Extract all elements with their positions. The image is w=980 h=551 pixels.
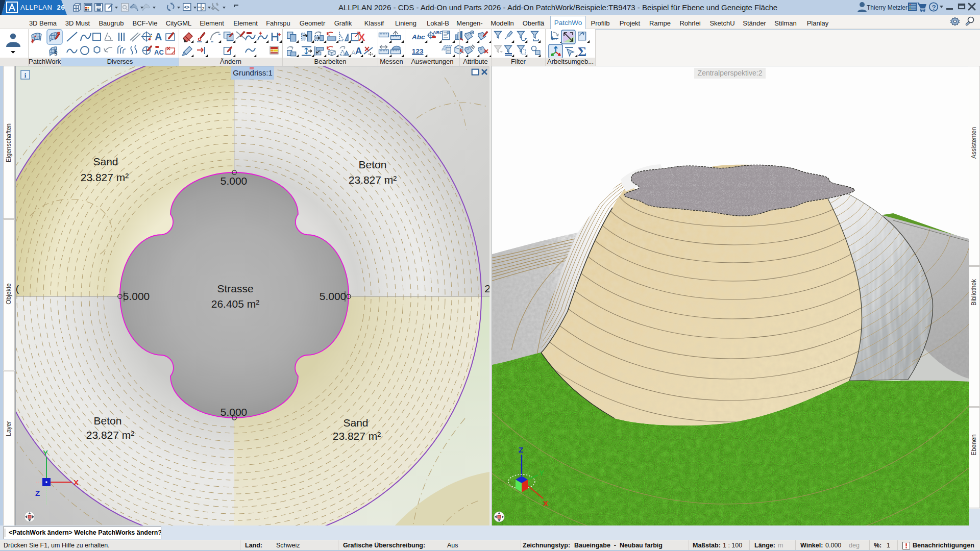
svg-text:2: 2 — [484, 283, 489, 294]
svg-text:AC: AC — [154, 48, 164, 56]
svg-text:Y: Y — [539, 468, 544, 477]
svg-text:123: 123 — [412, 47, 424, 55]
svg-text:5.000: 5.000 — [220, 175, 248, 187]
svg-text:Beton: Beton — [359, 159, 387, 170]
svg-text:ABC: ABC — [433, 30, 443, 35]
svg-text:A: A — [355, 46, 362, 56]
svg-text:X: X — [74, 478, 79, 487]
svg-text:23.827 m²: 23.827 m² — [333, 430, 381, 442]
svg-text:23.827 m²: 23.827 m² — [349, 174, 397, 186]
svg-text:X: X — [543, 499, 548, 508]
svg-text:Y: Y — [43, 448, 48, 457]
svg-text:Sand: Sand — [93, 156, 118, 167]
svg-text:Sand: Sand — [343, 417, 368, 429]
svg-text:A: A — [155, 31, 162, 42]
svg-text:i: i — [24, 71, 27, 79]
svg-text:5.000: 5.000 — [220, 406, 248, 418]
svg-text:Grundriss:1: Grundriss:1 — [233, 68, 273, 77]
svg-text:?: ? — [932, 4, 936, 11]
svg-text:Beton: Beton — [94, 415, 122, 427]
svg-text:Z: Z — [35, 489, 40, 497]
svg-text:(: ( — [16, 283, 19, 294]
svg-text:Zentralperspektive:2: Zentralperspektive:2 — [698, 69, 763, 77]
svg-text:26.405 m²: 26.405 m² — [211, 298, 260, 310]
svg-text:Strasse: Strasse — [217, 283, 253, 294]
svg-text:5.000: 5.000 — [320, 290, 347, 302]
svg-text:5.000: 5.000 — [123, 290, 150, 302]
svg-text:23.827 m²: 23.827 m² — [81, 171, 129, 183]
svg-text:Abc: Abc — [411, 33, 425, 41]
svg-text:2: 2 — [202, 6, 205, 11]
svg-text:Σ: Σ — [578, 44, 586, 58]
svg-text:§: § — [54, 48, 58, 56]
svg-text:X: X — [358, 32, 365, 43]
svg-text:23.827 m²: 23.827 m² — [86, 429, 135, 441]
svg-text:Z: Z — [519, 445, 523, 454]
